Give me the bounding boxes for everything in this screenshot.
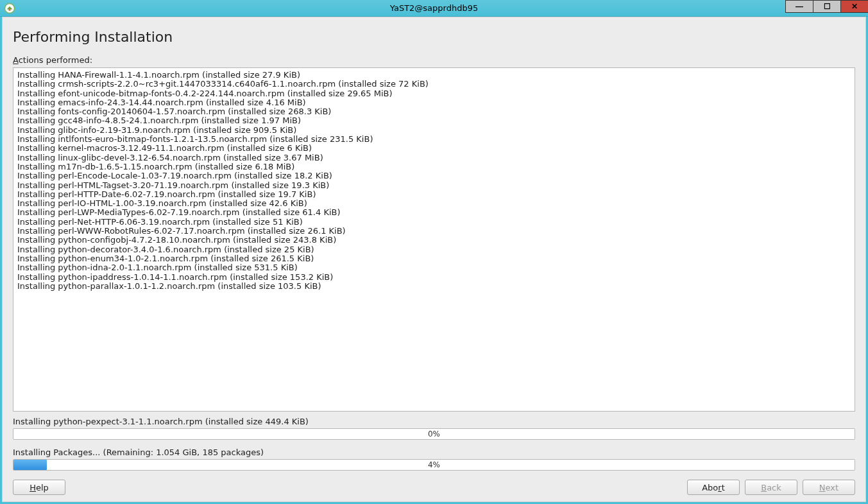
content-area: Performing Installation Actions performe… xyxy=(2,17,866,502)
app-icon xyxy=(3,1,17,15)
back-button: Back xyxy=(745,480,797,495)
current-package-status: Installing python-pexpect-3.1-1.1.noarch… xyxy=(13,417,855,426)
page-title: Performing Installation xyxy=(13,29,855,45)
window-controls: — ☐ ✕ xyxy=(785,0,868,16)
current-package-progress-label: 0% xyxy=(13,429,855,439)
log-line: Installing perl-IO-HTML-1.00-3.19.noarch… xyxy=(17,199,851,208)
log-line: Installing perl-Encode-Locale-1.03-7.19.… xyxy=(17,171,851,180)
abort-button[interactable]: Abort xyxy=(687,480,740,495)
button-row: Help Abort Back Next xyxy=(13,480,855,495)
log-line: Installing perl-HTTP-Date-6.02-7.19.noar… xyxy=(17,190,851,199)
actions-log[interactable]: Installing HANA-Firewall-1.1-4.1.noarch.… xyxy=(13,67,855,412)
log-line: Installing m17n-db-1.6.5-1.15.noarch.rpm… xyxy=(17,162,851,171)
log-line: Installing crmsh-scripts-2.2.0~rc3+git.1… xyxy=(17,80,851,89)
log-line: Installing fonts-config-20140604-1.57.no… xyxy=(17,107,851,116)
close-button[interactable]: ✕ xyxy=(840,0,868,13)
log-line: Installing python-decorator-3.4.0-1.6.no… xyxy=(17,245,851,254)
log-line: Installing perl-HTML-Tagset-3.20-71.19.n… xyxy=(17,181,851,190)
log-line: Installing perl-LWP-MediaTypes-6.02-7.19… xyxy=(17,208,851,217)
log-line: Installing HANA-Firewall-1.1-4.1.noarch.… xyxy=(17,71,851,80)
overall-progress: 4% xyxy=(13,459,855,471)
svg-rect-1 xyxy=(9,8,11,11)
log-line: Installing python-idna-2.0-1.1.noarch.rp… xyxy=(17,263,851,272)
log-line: Installing emacs-info-24.3-14.44.noarch.… xyxy=(17,98,851,107)
log-line: Installing python-configobj-4.7.2-18.10.… xyxy=(17,236,851,245)
next-button: Next xyxy=(803,480,855,495)
log-line: Installing intlfonts-euro-bitmap-fonts-1… xyxy=(17,135,851,144)
help-button[interactable]: Help xyxy=(13,480,65,495)
log-line: Installing perl-Net-HTTP-6.06-3.19.noarc… xyxy=(17,218,851,227)
minimize-button[interactable]: — xyxy=(785,0,813,13)
overall-status: Installing Packages... (Remaining: 1.054… xyxy=(13,448,855,457)
log-line: Installing python-ipaddress-1.0.14-1.1.n… xyxy=(17,273,851,282)
actions-performed-label: Actions performed: xyxy=(13,55,855,65)
log-line: Installing python-enum34-1.0-2.1.noarch.… xyxy=(17,254,851,263)
log-line: Installing perl-WWW-RobotRules-6.02-7.17… xyxy=(17,227,851,236)
window-title: YaST2@sapprdhdb95 xyxy=(390,3,478,13)
log-line: Installing glibc-info-2.19-31.9.noarch.r… xyxy=(17,126,851,135)
log-line: Installing kernel-macros-3.12.49-11.1.no… xyxy=(17,144,851,153)
overall-progress-label: 4% xyxy=(13,460,855,470)
titlebar: YaST2@sapprdhdb95 — ☐ ✕ xyxy=(0,0,868,17)
log-line: Installing efont-unicode-bitmap-fonts-0.… xyxy=(17,89,851,98)
maximize-button[interactable]: ☐ xyxy=(813,0,841,13)
log-line: Installing gcc48-info-4.8.5-24.1.noarch.… xyxy=(17,116,851,125)
log-line: Installing linux-glibc-devel-3.12-6.54.n… xyxy=(17,153,851,162)
log-line: Installing python-parallax-1.0.1-1.2.noa… xyxy=(17,282,851,291)
current-package-progress: 0% xyxy=(13,428,855,440)
